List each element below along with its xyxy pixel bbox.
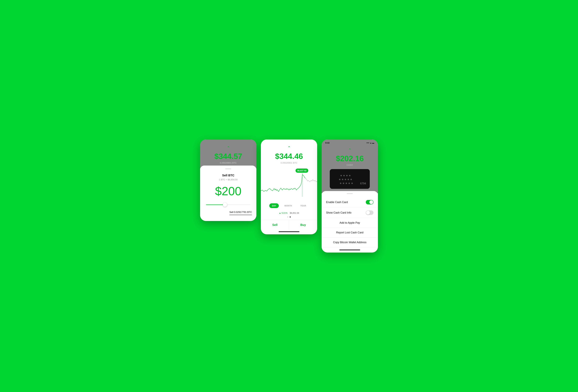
status-bar: 9:43 •••• ▴ ▬ [322, 142, 378, 144]
cash-label: CASH [326, 164, 374, 166]
menu-action-apple-pay[interactable]: Add to Apple Pay [322, 218, 378, 228]
dot-1 [287, 216, 289, 218]
amount-slider[interactable] [206, 204, 250, 205]
slider-thumb[interactable] [223, 203, 227, 207]
battery-icon: ▬ [372, 142, 374, 144]
signal-icon: •••• [366, 142, 369, 144]
price-chart [261, 167, 317, 200]
chart-top-section: ⌃ $344.46 0.05026901 BTC [261, 140, 317, 167]
menu-item-enable: Enable Cash Card [322, 197, 378, 207]
btc-amount-display: 0.05026901 BTC [204, 161, 252, 164]
time-btn-day[interactable]: DAY [269, 203, 279, 208]
chevron-up-icon[interactable]: ⌃ [204, 146, 252, 150]
chart-tooltip: $6,637.92 [295, 168, 308, 173]
menu-action-copy-bitcoin[interactable]: Copy Bitcoin Wallet Address [322, 238, 378, 247]
cash-amount-display: $202.16 [326, 154, 374, 163]
home-indicator [279, 231, 299, 232]
stat-price: $6,852.38 [290, 212, 299, 214]
slider-track [206, 204, 250, 205]
sell-btc-label: Sell 0.02917791 BTC [229, 211, 252, 215]
copy-bitcoin-label: Copy Bitcoin Wallet Address [333, 241, 366, 244]
sell-bottom-sheet: Sell BTC 1 BTC = $6,854.50 $200 Sell 0.0… [200, 166, 256, 221]
home-indicator [339, 249, 360, 250]
chart-stats: ▲ 5.01% $6,852.38 [261, 210, 317, 216]
add-to-apple-pay-label: Add to Apple Pay [339, 221, 360, 224]
cash-card-visual: ●●●● ●●●●● ●●●●● 6794 [330, 169, 370, 189]
card-last4: 6794 [360, 182, 366, 185]
toggle-thumb-on [369, 200, 373, 204]
screens-container: ⌃ $344.57 0.05026901 BTC Sell BTC 1 BTC … [200, 140, 378, 252]
btc-price-display: $344.57 [204, 152, 252, 161]
screen-cash-card: 9:43 •••• ▴ ▬ ⌃ $202.16 CASH ●●●● ●●●●● … [322, 140, 378, 252]
enable-cash-card-label: Enable Cash Card [326, 201, 348, 204]
sheet-handle [225, 168, 231, 169]
sell-amount: $200 [204, 185, 252, 197]
report-lost-label: Report Lost Cash Card [336, 231, 363, 234]
show-cash-card-info-label: Show Cash Card Info [326, 211, 351, 214]
sell-button[interactable]: Sell [261, 220, 289, 230]
cash-card-top: 9:43 •••• ▴ ▬ ⌃ $202.16 CASH ●●●● ●●●●● … [322, 140, 378, 193]
dot-2 [289, 216, 291, 218]
card-dots: ●●●● ●●●●● ●●●●● [334, 174, 360, 185]
menu-action-report-lost[interactable]: Report Lost Cash Card [322, 228, 378, 238]
screen-btc-chart: ⌃ $344.46 0.05026901 BTC $6,637.92 DAY M… [261, 140, 317, 234]
time-btn-year[interactable]: YEAR [298, 203, 309, 208]
slider-fill [206, 204, 224, 205]
btc-chart-price: $344.46 [265, 152, 313, 161]
chevron-up-icon[interactable]: ⌃ [326, 147, 374, 152]
menu-item-show-info: Show Cash Card Info [322, 207, 378, 218]
status-time: 9:43 [325, 142, 330, 144]
up-arrow-icon: ▲ [279, 212, 281, 214]
sell-rate: 1 BTC = $6,854.50 [204, 178, 252, 181]
page-dots [261, 216, 317, 220]
wifi-icon: ▴ [370, 142, 371, 144]
chart-area: $6,637.92 [261, 167, 317, 201]
stat-percent: ▲ 5.01% [279, 212, 288, 214]
time-btn-month[interactable]: MONTH [282, 203, 295, 208]
action-buttons: Sell Buy [261, 220, 317, 230]
show-cash-card-info-toggle[interactable] [366, 210, 374, 215]
chevron-up-icon[interactable]: ⌃ [265, 146, 313, 150]
buy-button[interactable]: Buy [289, 220, 317, 230]
toggle-thumb-off [366, 211, 370, 215]
enable-cash-card-toggle[interactable] [366, 200, 374, 204]
sell-title: Sell BTC [204, 174, 252, 177]
cash-card-bottom-sheet: Enable Cash Card Show Cash Card Info Add… [322, 191, 378, 250]
status-icons: •••• ▴ ▬ [366, 142, 374, 144]
sheet-handle [347, 193, 353, 194]
top-section-btc: ⌃ $344.57 0.05026901 BTC [200, 140, 256, 168]
time-selector: DAY MONTH YEAR [261, 201, 317, 210]
screen-sell-btc: ⌃ $344.57 0.05026901 BTC Sell BTC 1 BTC … [200, 140, 256, 221]
btc-chart-amount: 0.05026901 BTC [265, 161, 313, 164]
